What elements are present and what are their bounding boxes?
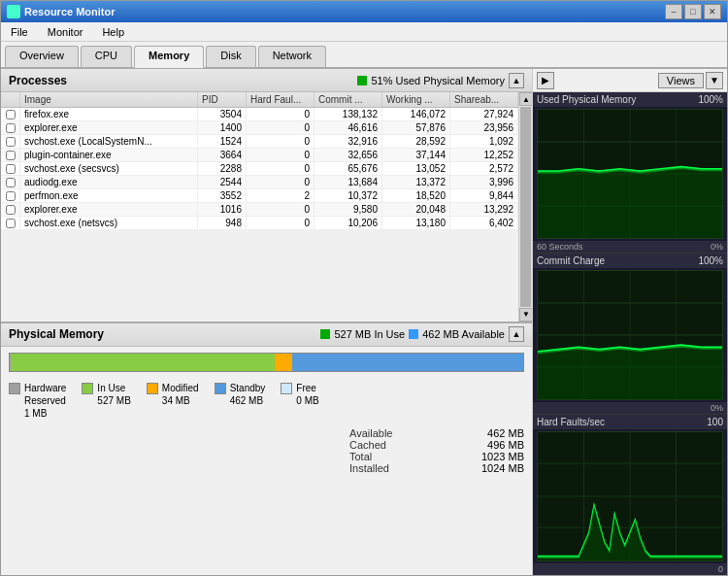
row-check[interactable] (1, 162, 20, 175)
row-shareable: 12,252 (450, 149, 518, 161)
col-working[interactable]: Working ... (382, 92, 450, 107)
row-check[interactable] (1, 176, 20, 188)
bar-standby (292, 354, 523, 371)
row-hard: 0 (247, 149, 314, 161)
available-label: Available (349, 427, 392, 439)
total-value: 1023 MB (481, 451, 524, 462)
row-commit: 10,372 (314, 189, 382, 202)
row-image: svchost.exe (LocalSystemN... (20, 135, 198, 148)
table-row[interactable]: explorer.exe 1016 0 9,580 20,048 13,292 (1, 203, 518, 217)
main-content: Processes 51% Used Physical Memory ▲ Ima… (1, 69, 727, 575)
row-pid: 3664 (198, 149, 247, 161)
close-button[interactable]: ✕ (704, 4, 721, 19)
row-working: 13,052 (382, 162, 450, 175)
row-shareable: 9,844 (450, 189, 518, 202)
menu-file[interactable]: File (5, 25, 34, 39)
row-shareable: 1,092 (450, 135, 518, 148)
chart2-label-row: Commit Charge 100% (533, 254, 727, 268)
legend-standby-text: Standby462 MB (230, 382, 266, 407)
row-check[interactable] (1, 217, 20, 229)
row-pid: 1016 (198, 203, 247, 216)
memory-legend: HardwareReserved1 MB In Use527 MB Modifi… (1, 378, 532, 424)
row-check[interactable] (1, 203, 20, 216)
scroll-thumb[interactable] (520, 107, 531, 307)
processes-header: Processes 51% Used Physical Memory ▲ (1, 69, 532, 92)
row-hard: 0 (247, 162, 314, 175)
row-hard: 0 (247, 203, 314, 216)
table-row[interactable]: audiodg.exe 2544 0 13,684 13,372 3,996 (1, 176, 518, 189)
row-commit: 138,132 (314, 108, 382, 120)
scroll-up-button[interactable]: ▲ (519, 92, 532, 106)
table-row[interactable]: firefox.exe 3504 0 138,132 146,072 27,92… (1, 108, 518, 121)
processes-collapse-button[interactable]: ▲ (509, 73, 524, 88)
row-hard: 2 (247, 189, 314, 202)
col-commit[interactable]: Commit ... (314, 92, 382, 107)
col-pid[interactable]: PID (198, 92, 247, 107)
chart3-zero: 0 (718, 564, 723, 574)
tab-bar: Overview CPU Memory Disk Network (1, 42, 727, 69)
col-image[interactable]: Image (20, 92, 198, 107)
minimize-button[interactable]: – (665, 4, 682, 19)
col-hard[interactable]: Hard Faul... (247, 92, 314, 107)
tab-cpu[interactable]: CPU (81, 46, 132, 67)
table-row[interactable]: perfmon.exe 3552 2 10,372 18,520 9,844 (1, 189, 518, 203)
legend-free: Free0 MB (281, 382, 318, 420)
bar-modified (275, 354, 291, 371)
row-check[interactable] (1, 108, 20, 120)
row-hard: 0 (247, 108, 314, 120)
chart-physical-memory: Used Physical Memory 100% (533, 92, 727, 254)
green-dot-icon (357, 76, 367, 85)
row-shareable: 13,292 (450, 203, 518, 216)
tab-network[interactable]: Network (258, 46, 326, 67)
processes-scrollbar[interactable]: ▲ ▼ (518, 92, 532, 322)
legend-free-text: Free0 MB (296, 382, 318, 407)
chart2-zero: 0% (711, 403, 723, 413)
chart1-pct: 100% (698, 94, 723, 105)
chart3-label: Hard Faults/sec (537, 417, 605, 427)
row-image: firefox.exe (20, 108, 198, 120)
legend-modified-color (147, 383, 158, 394)
views-button[interactable]: Views (658, 73, 704, 88)
row-check[interactable] (1, 149, 20, 161)
tab-memory[interactable]: Memory (134, 46, 204, 68)
col-check (1, 92, 20, 107)
title-bar: Resource Monitor – □ ✕ (1, 1, 727, 22)
right-toolbar: ▶ Views ▼ (533, 69, 727, 92)
window-title: Resource Monitor (24, 6, 116, 17)
row-check[interactable] (1, 121, 20, 134)
bar-inuse (11, 354, 275, 371)
row-commit: 32,916 (314, 135, 382, 148)
table-row[interactable]: explorer.exe 1400 0 46,616 57,876 23,956 (1, 121, 518, 135)
total-label: Total (349, 451, 372, 462)
menu-bar: File Monitor Help (1, 22, 727, 42)
table-row[interactable]: plugin-container.exe 3664 0 32,656 37,14… (1, 149, 518, 162)
tab-overview[interactable]: Overview (5, 46, 79, 67)
col-shareable[interactable]: Shareab... (450, 92, 518, 107)
table-row[interactable]: svchost.exe (LocalSystemN... 1524 0 32,9… (1, 135, 518, 149)
chart-commit: Commit Charge 100% (533, 254, 727, 415)
processes-status: 51% Used Physical Memory (371, 75, 505, 86)
available-value: 462 MB (487, 427, 524, 439)
row-check[interactable] (1, 135, 20, 148)
memory-inuse-icon (320, 329, 330, 339)
installed-value: 1024 MB (481, 462, 524, 474)
row-image: audiodg.exe (20, 176, 198, 188)
row-shareable: 2,572 (450, 162, 518, 175)
maximize-button[interactable]: □ (684, 4, 702, 19)
views-dropdown-button[interactable]: ▼ (706, 72, 723, 89)
tab-disk[interactable]: Disk (206, 46, 255, 67)
stat-total: Total 1023 MB (349, 451, 524, 462)
row-pid: 2288 (198, 162, 247, 175)
memory-inuse-label: 527 MB In Use (334, 328, 405, 340)
row-check[interactable] (1, 189, 20, 202)
memory-collapse-button[interactable]: ▲ (509, 326, 524, 342)
table-row[interactable]: svchost.exe (secsvcs) 2288 0 65,676 13,0… (1, 162, 518, 176)
menu-help[interactable]: Help (96, 25, 130, 39)
table-row[interactable]: svchost.exe (netsvcs) 948 0 10,206 13,18… (1, 217, 518, 230)
chart1-zero: 0% (711, 242, 723, 252)
chart1-label-row: Used Physical Memory 100% (533, 92, 727, 107)
menu-monitor[interactable]: Monitor (42, 25, 89, 39)
expand-button[interactable]: ▶ (537, 72, 554, 89)
scroll-down-button[interactable]: ▼ (519, 308, 532, 322)
memory-title: Physical Memory (9, 327, 104, 341)
